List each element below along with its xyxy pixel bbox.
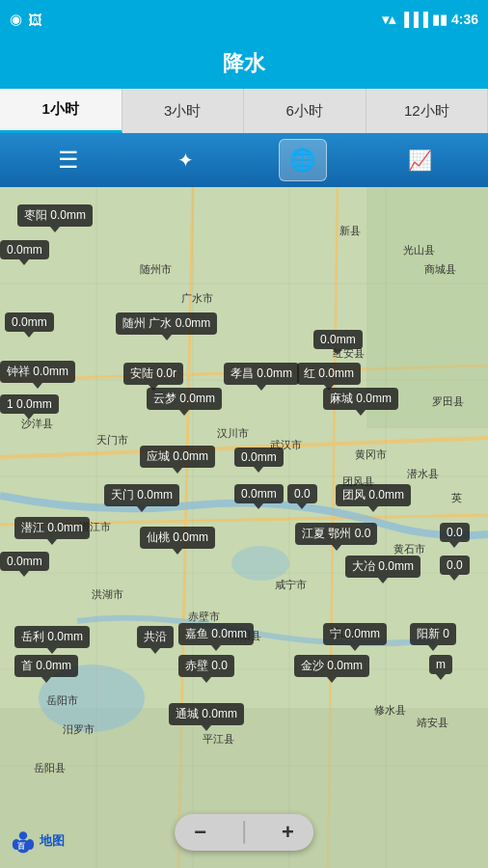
image-icon: 🖼	[28, 12, 42, 28]
tab-bar[interactable]: 1小时 3小时 6小时 12小时	[0, 89, 488, 133]
filter-button[interactable]: ✦	[161, 139, 209, 181]
map-background	[0, 187, 488, 868]
eye-icon: ◉	[10, 11, 22, 28]
zoom-out-button[interactable]: −	[186, 818, 214, 847]
page-title: 降水	[223, 49, 265, 78]
list-view-button[interactable]: ☰	[44, 139, 93, 181]
tab-3hour[interactable]: 3小时	[122, 89, 245, 133]
zoom-controls[interactable]: − +	[175, 814, 313, 851]
status-right-icons: ▾▴ ▐▐▐ ▮▮ 4:36	[382, 12, 478, 27]
tab-6hour[interactable]: 6小时	[244, 89, 366, 133]
tab-1hour[interactable]: 1小时	[0, 89, 122, 133]
chart-icon: 📈	[408, 149, 432, 172]
svg-point-21	[19, 831, 27, 839]
zoom-in-button[interactable]: +	[274, 818, 302, 847]
battery-icon: ▮▮	[432, 12, 447, 27]
tool-bar[interactable]: ☰ ✦ 🌐 📈	[0, 133, 488, 187]
status-left-icons: ◉ 🖼	[10, 11, 42, 28]
svg-rect-7	[366, 187, 488, 428]
baidu-logo: 百 地图	[10, 827, 65, 854]
list-icon: ☰	[58, 147, 79, 174]
wifi-icon: ▾▴	[382, 12, 395, 27]
globe-icon: 🌐	[289, 148, 315, 173]
svg-text:百: 百	[17, 842, 25, 851]
chart-button[interactable]: 📈	[395, 139, 444, 181]
status-bar: ◉ 🖼 ▾▴ ▐▐▐ ▮▮ 4:36	[0, 0, 488, 39]
map-area[interactable]: 随州市 广水市 光山县 商城县 新县 红安县 罗田县 沙洋县 汉川市 武汉市 黄…	[0, 187, 488, 868]
signal-icon: ▐▐▐	[399, 12, 428, 27]
globe-button[interactable]: 🌐	[279, 139, 327, 181]
title-bar: 降水	[0, 39, 488, 89]
time-display: 4:36	[451, 12, 478, 27]
svg-point-9	[231, 546, 289, 581]
filter-icon: ✦	[177, 149, 194, 172]
zoom-divider	[243, 821, 245, 844]
baidu-text: 地图	[40, 832, 65, 850]
svg-point-8	[39, 665, 145, 732]
baidu-logo-icon: 百	[10, 827, 37, 854]
tab-12hour[interactable]: 12小时	[366, 89, 489, 133]
